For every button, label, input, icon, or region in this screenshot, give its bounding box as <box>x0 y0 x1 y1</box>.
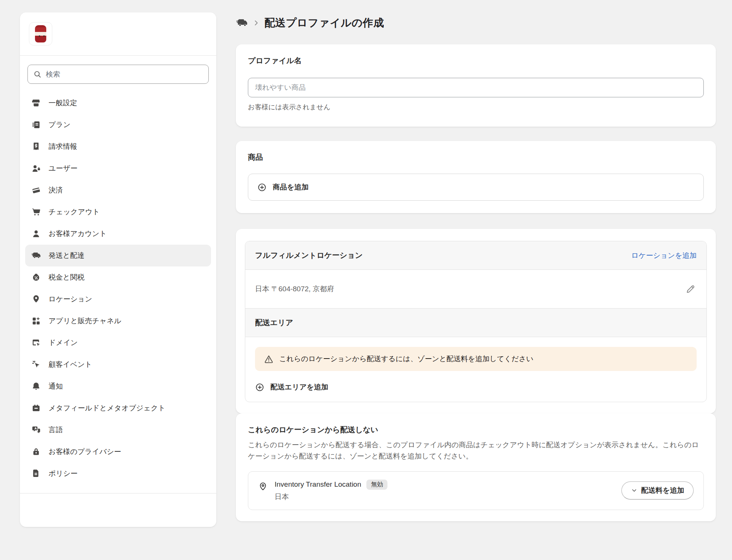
search-icon <box>33 70 42 79</box>
sidebar-item-label: メタフィールドとメタオブジェクト <box>49 403 166 413</box>
shipping-zones-header: 配送エリア <box>245 308 706 337</box>
sidebar-item-label: プラン <box>49 120 70 130</box>
search-input[interactable] <box>27 65 209 84</box>
store-logo[interactable] <box>29 22 52 45</box>
add-location-link[interactable]: ロケーションを追加 <box>631 251 697 260</box>
products-heading: 商品 <box>248 152 704 162</box>
payments-icon <box>31 185 41 195</box>
shipping-truck-icon <box>236 17 248 29</box>
disabled-location-name: Inventory Transfer Location <box>275 480 361 489</box>
privacy-icon <box>31 447 41 457</box>
profile-name-card: プロファイル名 お客様には表示されません <box>236 44 716 127</box>
sidebar-item-policies[interactable]: ポリシー <box>25 463 211 484</box>
circle-plus-icon <box>257 183 267 192</box>
shipping-zones-heading: 配送エリア <box>255 318 697 328</box>
circle-plus-icon <box>255 383 264 392</box>
checkout-icon <box>31 207 41 217</box>
sidebar-item-metafields[interactable]: メタフィールドとメタオブジェクト <box>25 397 211 419</box>
disabled-location-info: Inventory Transfer Location 無効 日本 <box>258 480 387 502</box>
sidebar-item-privacy[interactable]: お客様のプライバシー <box>25 441 211 463</box>
sidebar-item-notifications[interactable]: 通知 <box>25 375 211 397</box>
page-header: 配送プロファイルの作成 <box>236 15 716 31</box>
fulfillment-heading: フルフィルメントロケーション <box>255 250 363 260</box>
sidebar-item-label: 通知 <box>49 381 63 391</box>
notifications-icon <box>31 381 41 391</box>
breadcrumb-chevron-icon <box>252 19 260 27</box>
languages-icon <box>31 425 41 435</box>
no-ship-heading: これらのロケーションから配送しない <box>248 425 704 435</box>
sidebar-item-label: ポリシー <box>49 469 77 478</box>
no-ship-locations-card: これらのロケーションから配送しない これらのロケーションから配送する場合、このプ… <box>236 413 716 521</box>
fulfillment-locations-card: フルフィルメントロケーション ロケーションを追加 日本 〒604-8072, 京… <box>236 229 716 413</box>
sidebar-item-taxes[interactable]: 税金と関税 <box>25 266 211 288</box>
sidebar-item-label: アプリと販売チャネル <box>49 316 121 326</box>
sidebar-search <box>27 65 209 84</box>
sidebar-item-label: 決済 <box>49 185 63 195</box>
billing-icon <box>31 142 41 151</box>
sidebar-item-billing[interactable]: 請求情報 <box>25 136 211 157</box>
add-shipping-zone-button[interactable]: 配送エリアを追加 <box>255 382 328 392</box>
sidebar-item-label: ロケーション <box>49 294 92 304</box>
edit-location-button[interactable] <box>685 283 697 295</box>
taxes-icon <box>31 272 41 282</box>
sidebar-footer <box>20 493 216 527</box>
sidebar-item-customer-accounts[interactable]: お客様アカウント <box>25 223 211 245</box>
sidebar-item-label: 言語 <box>49 425 63 435</box>
warning-triangle-icon <box>264 354 273 364</box>
plan-icon <box>31 120 41 130</box>
sidebar-item-label: 税金と関税 <box>49 272 84 282</box>
sidebar-item-label: チェックアウト <box>49 207 100 217</box>
sidebar-item-label: ドメイン <box>49 338 78 348</box>
add-products-label: 商品を追加 <box>273 182 308 192</box>
sidebar-item-label: お客様のプライバシー <box>49 447 121 457</box>
sidebar-item-customer-events[interactable]: 顧客イベント <box>25 354 211 375</box>
sidebar-item-label: 顧客イベント <box>49 360 92 369</box>
shipping-icon <box>31 251 41 260</box>
sidebar-item-languages[interactable]: 言語 <box>25 419 211 441</box>
fulfillment-inner-box: フルフィルメントロケーション ロケーションを追加 日本 〒604-8072, 京… <box>245 241 707 402</box>
sidebar-item-domains[interactable]: ドメイン <box>25 332 211 354</box>
sidebar-item-label: 発送と配達 <box>49 251 84 260</box>
disabled-location-row: Inventory Transfer Location 無効 日本 配送料を追加 <box>248 471 704 510</box>
add-products-button[interactable]: 商品を追加 <box>248 174 704 201</box>
shipping-zones-body: これらのロケーションから配送するには、ゾーンと配送料を追加してください 配送エリ… <box>245 337 706 402</box>
store-icon <box>31 98 41 108</box>
locations-icon <box>31 294 41 304</box>
metafields-icon <box>31 403 41 413</box>
products-card: 商品 商品を追加 <box>236 141 716 213</box>
customer-accounts-icon <box>31 229 41 239</box>
sidebar-item-plan[interactable]: プラン <box>25 114 211 136</box>
settings-nav: 一般設定プラン請求情報ユーザー決済チェックアウトお客様アカウント発送と配達税金と… <box>25 92 211 484</box>
sidebar-item-label: 一般設定 <box>49 98 77 108</box>
disabled-location-country: 日本 <box>275 492 387 502</box>
domains-icon <box>31 338 41 348</box>
profile-name-input[interactable] <box>248 78 704 97</box>
pencil-icon <box>685 284 696 294</box>
sidebar-header <box>20 12 216 56</box>
sidebar-item-store[interactable]: 一般設定 <box>25 92 211 114</box>
sidebar-item-checkout[interactable]: チェックアウト <box>25 201 211 223</box>
apps-icon <box>31 316 41 326</box>
sidebar-item-payments[interactable]: 決済 <box>25 179 211 201</box>
fulfillment-location-row: 日本 〒604-8072, 京都府 <box>245 270 706 308</box>
no-ship-description: これらのロケーションから配送する場合、このプロファイル内の商品はチェックアウト時… <box>248 439 704 462</box>
main-content: 配送プロファイルの作成 プロファイル名 お客様には表示されません 商品 商品を追… <box>236 15 716 521</box>
add-shipping-zone-label: 配送エリアを追加 <box>270 382 328 392</box>
add-rate-button[interactable]: 配送料を追加 <box>621 481 694 499</box>
profile-name-heading: プロファイル名 <box>248 56 704 66</box>
sidebar-item-label: 請求情報 <box>49 142 77 151</box>
sidebar-item-shipping[interactable]: 発送と配達 <box>25 245 211 266</box>
sidebar-item-label: お客様アカウント <box>49 229 107 239</box>
location-pin-icon <box>258 482 268 492</box>
policies-icon <box>31 469 41 478</box>
zones-warning-text: これらのロケーションから配送するには、ゾーンと配送料を追加してください <box>279 354 533 364</box>
sidebar-item-users[interactable]: ユーザー <box>25 157 211 179</box>
fulfillment-header: フルフィルメントロケーション ロケーションを追加 <box>245 241 706 270</box>
zones-warning-banner: これらのロケーションから配送するには、ゾーンと配送料を追加してください <box>255 347 697 371</box>
sidebar-item-locations[interactable]: ロケーション <box>25 288 211 310</box>
users-icon <box>31 163 41 173</box>
chevron-down-icon <box>631 487 638 494</box>
customer-events-icon <box>31 360 41 369</box>
sidebar-item-apps[interactable]: アプリと販売チャネル <box>25 310 211 332</box>
fulfillment-location-address: 日本 〒604-8072, 京都府 <box>255 284 334 294</box>
